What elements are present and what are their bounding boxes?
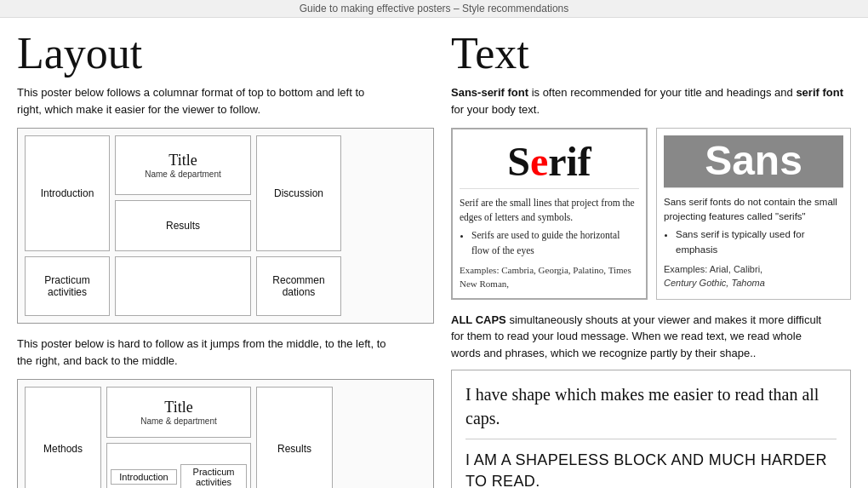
serif-demo-title: Serif	[460, 136, 639, 189]
sans-body-text: Sans serif fonts do not contain the smal…	[664, 195, 843, 290]
bad-title-cell: Title Name & department	[106, 387, 251, 438]
bad-results-cell: Results	[256, 387, 333, 488]
top-bar: Guide to making effective posters – Styl…	[0, 0, 868, 18]
sans-bullets: Sans serif is typically used for emphasi…	[676, 227, 843, 257]
layout-section: Layout This poster below follows a colum…	[17, 32, 434, 488]
main-content: Layout This poster below follows a colum…	[0, 18, 868, 488]
results-cell: Results	[115, 200, 251, 251]
shape-sentence: I have shape which makes me easier to re…	[465, 382, 837, 439]
sans-examples: Examples: Arial, Calibri, Century Gothic…	[664, 262, 843, 290]
bad-poster-grid: Methods Title Name & department Results …	[25, 387, 426, 488]
text-section: Text Sans-serif font is often recommende…	[451, 32, 851, 488]
font-desc: Sans-serif font is often recommended for…	[451, 84, 851, 118]
sans-demo-box: Sans Sans serif fonts do not contain the…	[656, 128, 851, 300]
text-title: Text	[451, 32, 851, 76]
reading-examples-box: I have shape which makes me easier to re…	[451, 370, 851, 488]
bad-methods-cell: Methods	[25, 387, 101, 488]
sans-demo-title: Sans	[664, 135, 843, 188]
sans-bullet-1: Sans serif is typically used for emphasi…	[676, 227, 843, 257]
good-poster-grid: Introduction Title Name & department Dis…	[25, 135, 426, 316]
serif-label-inline: serif font	[796, 86, 843, 99]
bad-intro-practicum-row: Introduction Practicum activities	[106, 443, 251, 488]
bad-practicum-cell: Practicum activities	[180, 464, 247, 488]
recommendations-cell: Recommen dations	[256, 256, 341, 316]
serif-body-text: Serif are the small lines that project f…	[460, 196, 639, 291]
caps-sentence: I AM A SHAPELESS BLOCK AND MUCH HARDER T…	[465, 450, 837, 488]
title-cell: Title Name & department	[115, 135, 251, 195]
layout-title: Layout	[17, 32, 434, 76]
layout-desc-bad: This poster below is hard to follow as i…	[17, 336, 391, 369]
intro-cell: Introduction	[25, 135, 110, 251]
font-demo-row: Serif Serif are the small lines that pro…	[451, 128, 851, 300]
practicum-cell: Practicum activities	[25, 256, 110, 316]
serif-bullet-1: Serifs are used to guide the horizontal …	[471, 228, 639, 258]
serif-bullets: Serifs are used to guide the horizontal …	[471, 228, 639, 258]
serif-examples: Examples: Cambria, Georgia, Palatino, Ti…	[460, 263, 639, 291]
sans-serif-label: Sans-serif font	[451, 86, 528, 99]
serif-demo-box: Serif Serif are the small lines that pro…	[451, 128, 648, 300]
bad-poster-diagram: Methods Title Name & department Results …	[17, 379, 434, 488]
top-bar-label: Guide to making effective posters – Styl…	[300, 3, 569, 14]
good-poster-diagram: Introduction Title Name & department Dis…	[17, 128, 434, 324]
discussion-cell: Discussion	[256, 135, 341, 251]
caps-desc: ALL CAPS simultaneously shouts at your v…	[451, 312, 825, 362]
layout-desc-good: This poster below follows a columnar for…	[17, 84, 391, 118]
empty-cell-mid	[115, 256, 251, 316]
bad-intro-cell: Introduction	[111, 469, 177, 485]
all-caps-label: ALL CAPS	[451, 313, 506, 326]
